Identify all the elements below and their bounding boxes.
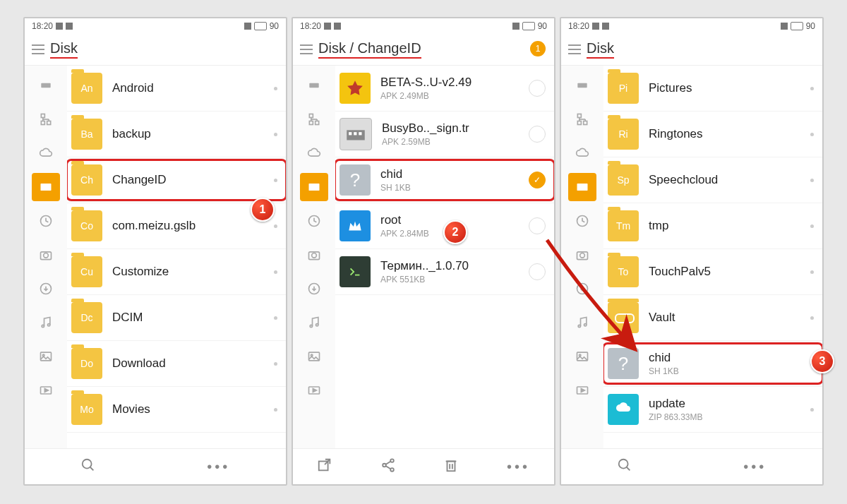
sidebar-storage-icon[interactable]	[568, 173, 596, 201]
delete-icon[interactable]	[443, 457, 459, 476]
sidebar-storage-icon[interactable]	[300, 173, 328, 201]
select-circle[interactable]	[529, 80, 546, 97]
list-item[interactable]: rootAPK 2.84MB	[335, 203, 554, 249]
svg-point-13	[48, 324, 50, 326]
sidebar-recent-icon[interactable]	[568, 207, 596, 235]
sidebar-videos-icon[interactable]	[32, 376, 60, 404]
search-icon[interactable]	[80, 457, 96, 476]
list-item[interactable]: ChChangeID	[67, 157, 286, 203]
breadcrumb[interactable]: Disk / ChangeID	[318, 40, 421, 59]
item-menu-icon[interactable]	[810, 270, 814, 274]
list-item[interactable]: BusyBo.._sign.trAPK 2.59MB	[335, 112, 554, 157]
more-icon[interactable]: •••	[507, 459, 530, 475]
item-sub: APK 2.84MB	[380, 229, 529, 239]
sidebar-usb-icon[interactable]	[32, 71, 60, 100]
svg-rect-7	[41, 184, 52, 191]
more-icon[interactable]: •••	[743, 459, 767, 475]
item-menu-icon[interactable]	[810, 87, 814, 90]
menu-icon[interactable]	[32, 44, 44, 54]
list-item[interactable]: ?chidSH 1KB✓	[335, 157, 554, 203]
select-circle[interactable]	[529, 126, 546, 143]
item-menu-icon[interactable]	[810, 316, 814, 320]
sidebar-network-icon[interactable]	[32, 105, 60, 133]
sidebar-recent-icon[interactable]	[32, 207, 60, 235]
sidebar-images-icon[interactable]	[568, 342, 596, 371]
list-item[interactable]: Babackup	[67, 112, 286, 157]
item-menu-icon[interactable]	[810, 224, 814, 228]
list-item[interactable]: updateZIP 863.33MB	[603, 387, 822, 433]
menu-icon[interactable]	[300, 44, 313, 54]
item-menu-icon[interactable]	[274, 87, 277, 90]
sidebar-music-icon[interactable]	[568, 308, 596, 337]
list-item[interactable]: Vault	[603, 295, 822, 341]
sidebar-recent-icon[interactable]	[300, 207, 328, 235]
sidebar-cloud-icon[interactable]	[568, 139, 596, 167]
item-menu-icon[interactable]	[274, 179, 277, 182]
sidebar-videos-icon[interactable]	[568, 376, 596, 404]
item-menu-icon[interactable]	[810, 362, 814, 366]
list-item[interactable]: BETA-S..U-v2.49APK 2.49MB	[335, 66, 554, 112]
list-item[interactable]: Tmtmp	[603, 203, 822, 249]
item-menu-icon[interactable]	[274, 316, 277, 320]
sidebar-cloud-icon[interactable]	[32, 139, 60, 167]
sidebar-downloads-icon[interactable]	[300, 275, 328, 303]
item-name: TouchPalv5	[649, 265, 810, 279]
list-item[interactable]: ToTouchPalv5	[603, 249, 822, 295]
list-item[interactable]: PiPictures	[603, 66, 822, 112]
breadcrumb[interactable]: Disk	[50, 40, 78, 59]
sidebar-videos-icon[interactable]	[300, 376, 328, 404]
sidebar-network-icon[interactable]	[300, 105, 328, 133]
item-menu-icon[interactable]	[274, 362, 277, 366]
sidebar-downloads-icon[interactable]	[568, 275, 596, 303]
list-item[interactable]: Cocom.meizu.gslb	[67, 203, 286, 249]
item-name: Speechcloud	[649, 173, 810, 187]
sidebar-usb-icon[interactable]	[300, 71, 328, 100]
sidebar-camera-icon[interactable]	[568, 241, 596, 269]
sidebar-camera-icon[interactable]	[300, 241, 328, 269]
list-item[interactable]: CuCustomize	[67, 249, 286, 295]
move-icon[interactable]	[317, 457, 332, 476]
item-menu-icon[interactable]	[274, 224, 277, 228]
status-battery: 90	[538, 21, 547, 31]
file-list[interactable]: AnAndroidBabackupChChangeIDCocom.meizu.g…	[67, 66, 286, 448]
sidebar-cloud-icon[interactable]	[300, 139, 328, 167]
item-menu-icon[interactable]	[274, 133, 277, 136]
search-icon[interactable]	[617, 457, 632, 476]
list-item[interactable]: DoDownload	[67, 341, 286, 387]
select-circle[interactable]	[529, 217, 546, 234]
sidebar-images-icon[interactable]	[300, 342, 328, 371]
file-list[interactable]: BETA-S..U-v2.49APK 2.49MBBusyBo.._sign.t…	[335, 66, 554, 448]
item-menu-icon[interactable]	[810, 408, 814, 412]
more-icon[interactable]: •••	[207, 459, 230, 475]
sidebar-images-icon[interactable]	[32, 342, 60, 371]
folder-icon: Cu	[71, 256, 102, 287]
item-menu-icon[interactable]	[274, 270, 277, 274]
list-item[interactable]: ?chidSH 1KB	[603, 341, 822, 387]
list-item[interactable]: RiRingtones	[603, 112, 822, 157]
folder-icon: Ba	[71, 119, 102, 150]
sidebar-music-icon[interactable]	[32, 308, 60, 337]
breadcrumb[interactable]: Disk	[587, 40, 614, 59]
menu-icon[interactable]	[568, 44, 581, 54]
svg-point-12	[42, 325, 44, 327]
svg-marker-17	[44, 389, 48, 392]
list-item[interactable]: AnAndroid	[67, 66, 286, 112]
select-circle[interactable]	[529, 263, 546, 280]
sidebar-music-icon[interactable]	[300, 308, 328, 337]
list-item[interactable]: MoMovies	[67, 387, 286, 433]
item-menu-icon[interactable]	[810, 179, 814, 182]
sidebar-downloads-icon[interactable]	[32, 275, 60, 303]
sidebar-usb-icon[interactable]	[568, 71, 596, 100]
file-list[interactable]: PiPicturesRiRingtonesSpSpeechcloudTmtmpT…	[603, 66, 822, 448]
list-item[interactable]: Термин.._1.0.70APK 551KB	[335, 249, 554, 295]
svg-point-72	[618, 459, 627, 468]
sidebar-storage-icon[interactable]	[32, 173, 60, 201]
share-icon[interactable]	[380, 457, 396, 476]
sidebar-camera-icon[interactable]	[32, 241, 60, 269]
list-item[interactable]: DcDCIM	[67, 295, 286, 341]
list-item[interactable]: SpSpeechcloud	[603, 157, 822, 203]
item-menu-icon[interactable]	[274, 408, 277, 412]
sidebar-network-icon[interactable]	[568, 105, 596, 133]
select-circle[interactable]: ✓	[529, 172, 546, 188]
item-menu-icon[interactable]	[810, 133, 814, 136]
